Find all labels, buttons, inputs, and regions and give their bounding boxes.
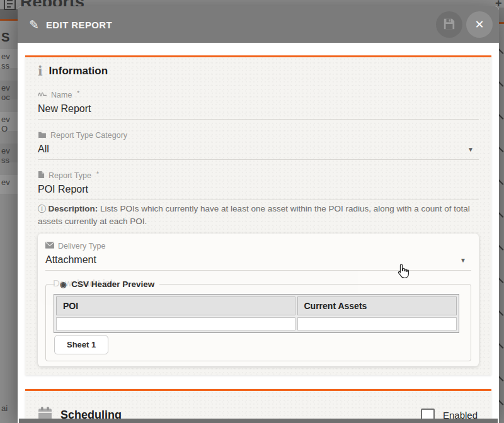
report-type-label: Report Type [49,171,91,180]
name-field: Name * New Report [38,90,479,120]
backdrop-text-fragment: ss [1,61,9,70]
backdrop-text-fragment: O [1,124,8,133]
column-header-current-assets: Current Assets [297,296,457,315]
information-heading-row: i Information [38,65,479,77]
report-type-select[interactable]: POI Report [38,181,479,200]
report-type-category-value: All [38,144,49,155]
preview-eye-icon: ◉ [60,280,66,289]
report-type-category-label: Report Type Category [50,131,127,140]
csv-header-preview-legend: ◉ CSV Header Preview [55,279,159,289]
file-icon [38,171,45,181]
delivery-type-select[interactable]: Attachment ▼ [45,251,471,271]
csv-header-row: POI Current Assets [56,296,457,315]
backdrop-text-fragment: ev [1,146,10,155]
chevron-down-icon: ▼ [460,257,466,264]
report-type-category-field: Report Type Category All ▼ [38,130,479,160]
backdrop-text-fragment: ai [1,403,8,413]
empty-cell [297,317,457,330]
backdrop-text-fragment: ev [1,83,10,93]
backdrop-text-fragment: ev [1,52,10,61]
bottom-section-bar [19,419,498,423]
backdrop-accent-line-right [499,22,504,24]
description-label: Description: [49,204,98,213]
sheet-tab[interactable]: Sheet 1 [54,335,108,354]
envelope-icon [45,242,54,251]
csv-preview-table: POI Current Assets [54,294,459,333]
edit-report-modal: ✎ EDIT REPORT ✕ i Information Name [18,6,499,423]
backdrop-text-fragment: S [1,30,9,45]
modal-header: ✎ EDIT REPORT ✕ [18,6,499,43]
save-floppy-icon [443,18,455,32]
reports-page-icon [3,0,18,13]
backdrop-text-fragment: ss [1,155,9,165]
name-value: New Report [38,103,91,115]
required-mark: * [77,90,79,97]
close-button[interactable]: ✕ [466,11,493,38]
report-type-category-select[interactable]: All ▼ [38,140,479,160]
folder-icon [38,131,47,140]
backdrop-text-fragment: oc [1,93,10,102]
backdrop-text-fragment: ev [1,115,10,124]
name-input[interactable]: New Report [38,100,479,120]
delivery-type-value: Attachment [45,254,96,266]
name-label: Name [51,91,72,99]
information-section: i Information Name * New Report [25,55,491,375]
report-type-value: POI Report [38,184,88,195]
required-mark: * [96,171,99,178]
scheduling-section: Scheduling Enabled [25,389,491,423]
signature-icon [38,91,47,99]
close-icon: ✕ [474,19,484,30]
report-type-description: ⓘDescription: Lists POIs which currently… [38,203,479,227]
report-type-field: Report Type * POI Report [38,171,479,200]
backdrop-accent-line [0,19,18,21]
backdrop-text-fragment: ev [1,178,10,187]
info-icon: i [38,65,43,77]
csv-header-preview-fieldset: ◉ CSV Header Preview POI Current Assets [45,279,471,361]
information-heading: Information [49,65,108,77]
csv-empty-row [56,317,457,330]
modal-title: EDIT REPORT [46,20,436,30]
delivery-type-field: Delivery Type Attachment ▼ [45,241,471,271]
column-header-poi: POI [56,296,295,315]
description-text: Lists POIs which currently have at least… [38,204,470,226]
modal-body: i Information Name * New Report [18,43,499,423]
delivery-panel: Download Link Delivery Type Attachment ▼ [38,234,479,366]
chevron-down-icon: ▼ [467,146,474,153]
info-circle-icon: ⓘ [38,204,47,213]
save-button[interactable] [436,11,462,38]
empty-cell [56,317,295,330]
delivery-type-label: Delivery Type [58,242,106,251]
edit-pencil-icon: ✎ [29,18,39,32]
